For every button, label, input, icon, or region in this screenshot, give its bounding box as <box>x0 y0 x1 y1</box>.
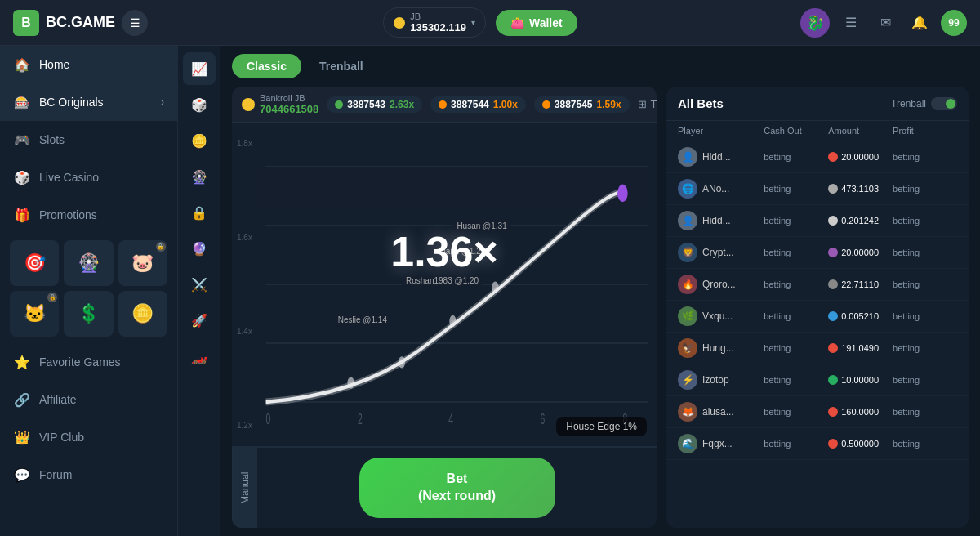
forum-icon: 💬 <box>13 466 31 484</box>
icon-mystery[interactable]: 🔮 <box>183 232 216 265</box>
grid-icon: ⊞ <box>638 98 647 110</box>
svg-point-8 <box>492 281 498 293</box>
col-profit: Profit <box>893 126 957 136</box>
house-edge-badge: House Edge 1% <box>556 417 647 436</box>
svg-text:0: 0 <box>266 411 271 427</box>
icon-rocket[interactable]: 🚀 <box>183 304 216 337</box>
amount-value: 10.00000 <box>841 375 879 385</box>
player-name: Hidd... <box>702 151 731 163</box>
player-name: Hung... <box>702 342 734 354</box>
player-info: 👤 Hidd... <box>678 147 764 167</box>
icon-race[interactable]: 🏎️ <box>183 340 216 373</box>
amount-value: 191.0490 <box>841 343 879 353</box>
amount-value: 0.005210 <box>841 311 879 321</box>
amount-value: 160.0000 <box>841 407 879 417</box>
sidebar-item-forum[interactable]: 💬 Forum <box>0 456 177 494</box>
multiplier-2[interactable]: 3887544 1.00x <box>430 96 526 113</box>
home-icon: 🏠 <box>13 56 31 74</box>
bet-amount: 160.0000 <box>828 407 893 417</box>
amount-value: 0.500000 <box>841 439 879 449</box>
bet-button[interactable]: Bet (Next round) <box>359 458 555 518</box>
mult-dot-orange-1 <box>439 100 447 109</box>
bankroll-coin-icon <box>242 98 255 111</box>
sidebar-item-slots[interactable]: 🎮 Slots <box>0 121 177 159</box>
mult-dot-orange-2 <box>542 100 550 109</box>
bet-amount: 191.0490 <box>828 343 893 353</box>
sidebar-item-vip[interactable]: 👑 VIP Club <box>0 418 177 456</box>
bets-header: All Bets Trenball <box>666 87 969 121</box>
notification-button[interactable]: 🔔 <box>906 10 933 36</box>
bet-amount: 10.00000 <box>828 375 893 385</box>
svg-point-7 <box>449 315 456 327</box>
bet-row[interactable]: 👤 Hidd... betting 0.201242 betting <box>666 205 969 237</box>
bet-row[interactable]: 🦊 alusa... betting 160.0000 betting <box>666 396 969 428</box>
player-info: ⚡ Izotop <box>678 370 764 390</box>
balance-value: 135302.119 <box>410 21 466 34</box>
multiplier-1[interactable]: 3887543 2.63x <box>327 96 422 113</box>
bet-row[interactable]: 🦅 Hung... betting 191.0490 betting <box>666 333 969 364</box>
chevron-down-icon: ▾ <box>471 18 475 27</box>
trenball-toggle[interactable]: Trenball <box>891 97 957 110</box>
player-name: Izotop <box>702 374 729 386</box>
manual-tab[interactable]: Manual <box>232 448 257 528</box>
sidebar-item-promotions[interactable]: 🎁 Promotions <box>0 196 177 234</box>
svg-text:2: 2 <box>358 411 363 427</box>
bet-row[interactable]: 🌿 Vxqu... betting 0.005210 betting <box>666 301 969 333</box>
tab-classic[interactable]: Classic <box>232 54 301 78</box>
icon-wheel[interactable]: 🎡 <box>183 160 216 193</box>
player-info: 🌿 Vxqu... <box>678 306 764 326</box>
sidebar-item-affiliate[interactable]: 🔗 Affiliate <box>0 381 177 418</box>
wallet-button[interactable]: 👛 Wallet <box>496 10 577 36</box>
bet-profit: betting <box>893 248 957 257</box>
body-layout: 🏠 Home 🎰 BC Originals › 🎮 Slots 🎲 Live C… <box>0 46 980 536</box>
promo-card-3[interactable]: 🐷 🔒 <box>118 240 167 286</box>
player-info: 🦅 Hung... <box>678 338 764 358</box>
bc-originals-icon: 🎰 <box>13 93 31 111</box>
bet-row[interactable]: 🔥 Qroro... betting 22.71110 betting <box>666 269 969 301</box>
promo-card-2[interactable]: 🎡 <box>64 240 113 286</box>
bet-row[interactable]: 👤 Hidd... betting 20.00000 betting <box>666 141 969 173</box>
icon-coin[interactable]: 🪙 <box>183 124 216 157</box>
amount-coin-icon <box>828 439 838 449</box>
bet-row[interactable]: 🌊 Fqgx... betting 0.500000 betting <box>666 428 969 460</box>
bet-amount: 0.201242 <box>828 216 893 226</box>
cash-out-status: betting <box>764 248 828 257</box>
bet-row[interactable]: 🌐 ANo... betting 473.1103 betting <box>666 173 969 205</box>
game-area: Bankroll JB 7044661508 3887543 2.63x 388… <box>220 78 980 536</box>
chart-area: 1.8x 1.6x 1.4x 1.2x <box>232 123 657 446</box>
bet-row[interactable]: 🦁 Crypt... betting 20.00000 betting <box>666 237 969 269</box>
bet-row[interactable]: ⚡ Izotop betting 10.00000 betting <box>666 364 969 396</box>
trenball-switch[interactable] <box>931 97 957 110</box>
sidebar-item-home[interactable]: 🏠 Home <box>0 46 177 83</box>
player-avatar: 🦁 <box>678 243 697 262</box>
icon-crash[interactable]: 📈 <box>183 52 216 85</box>
tab-trenball[interactable]: Trenball <box>305 54 378 78</box>
icon-sword[interactable]: ⚔️ <box>183 268 216 301</box>
bankroll-value: 7044661508 <box>260 103 318 115</box>
promo-card-5[interactable]: 💲 <box>64 291 113 337</box>
player-name: Hidd... <box>702 215 731 226</box>
balance-area[interactable]: JB 135302.119 ▾ <box>383 7 486 38</box>
sidebar-item-live-casino[interactable]: 🎲 Live Casino <box>0 159 177 196</box>
sidebar-item-bc-originals[interactable]: 🎰 BC Originals › <box>0 83 177 121</box>
mail-button[interactable]: ✉ <box>872 10 898 36</box>
amount-coin-icon <box>828 343 838 353</box>
avatar[interactable]: 🐉 <box>800 8 830 38</box>
trends-button[interactable]: ⊞ Trends <box>638 98 657 110</box>
svg-text:4: 4 <box>448 411 453 427</box>
promo-card-4[interactable]: 🐱 🔒 <box>10 291 59 337</box>
player-avatar: ⚡ <box>678 370 697 390</box>
hamburger-button[interactable]: ☰ <box>838 10 864 36</box>
icon-dice[interactable]: 🎲 <box>183 88 216 121</box>
menu-button[interactable]: ☰ <box>122 10 148 36</box>
promo-card-6[interactable]: 🪙 <box>118 291 167 337</box>
sidebar-item-favorite[interactable]: ⭐ Favorite Games <box>0 343 177 381</box>
promo-card-1[interactable]: 🎯 <box>10 240 59 286</box>
icon-sidebar: 📈 🎲 🪙 🎡 🔒 🔮 ⚔️ 🚀 🏎️ <box>178 46 220 536</box>
icon-lock[interactable]: 🔒 <box>183 196 216 229</box>
col-player: Player <box>678 126 764 136</box>
player-info: 🔥 Qroro... <box>678 275 764 294</box>
svg-point-6 <box>399 356 405 368</box>
chat-badge[interactable]: 99 <box>941 10 967 36</box>
multiplier-3[interactable]: 3887545 1.59x <box>534 96 630 113</box>
